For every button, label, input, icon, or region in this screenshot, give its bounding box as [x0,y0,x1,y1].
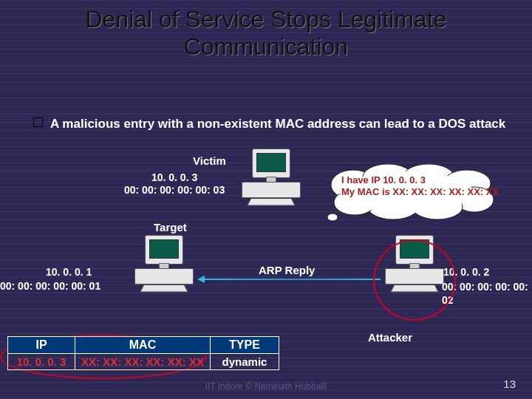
victim-address: 10. 0. 0. 3 00: 00: 00: 00: 00: 03 [124,171,225,197]
computer-icon [132,235,191,294]
bullet-item: A malicious entry with a non-existent MA… [33,115,514,134]
slide-title: Denial of Service Stops Legitimate Commu… [0,6,532,61]
target-ip: 10. 0. 0. 1 [46,266,92,279]
arp-cache-table: IP MAC TYPE 10. 0. 0. 3 XX: XX: XX: XX: … [7,336,279,370]
cloud-line1: I have IP 10. 0. 0. 3 [341,174,499,186]
slide: Denial of Service Stops Legitimate Commu… [0,0,532,399]
cell-mac: XX: XX: XX: XX: XX: XX [75,354,211,370]
page-number: 13 [503,378,516,390]
footer-text: IIT Indore © Neminath Hubballi [0,381,532,392]
table-row: 10. 0. 0. 3 XX: XX: XX: XX: XX: XX dynam… [8,354,279,370]
target-label: Target [154,221,187,233]
victim-label: Victim [193,154,226,167]
attacker-mac: 00: 00: 00: 00: 00: 02 [442,280,532,307]
th-mac: MAC [75,337,211,354]
arp-reply-label: ARP Reply [259,264,315,276]
computer-icon [239,149,298,208]
bullet-text: A malicious entry with a non-existent MA… [50,115,505,134]
target-mac: 00: 00: 00: 00: 00: 01 [0,280,100,293]
svg-point-9 [327,214,338,221]
thought-cloud: I have IP 10. 0. 0. 3 My MAC is XX: XX: … [310,164,502,222]
cloud-text: I have IP 10. 0. 0. 3 My MAC is XX: XX: … [341,174,499,199]
victim-mac: 00: 00: 00: 00: 00: 03 [124,184,225,197]
attacker-label: Attacker [368,331,412,344]
cell-ip: 10. 0. 0. 3 [8,354,75,370]
th-type: TYPE [211,337,279,354]
cloud-line2: My MAC is XX: XX: XX: XX: XX: XX [341,186,499,198]
cell-type: dynamic [211,354,279,370]
attacker-ip: 10. 0. 0. 2 [443,265,489,279]
square-bullet-icon [33,117,43,127]
table-header-row: IP MAC TYPE [8,337,279,354]
computer-icon [382,235,441,294]
arrow-left-icon [203,279,381,280]
victim-ip: 10. 0. 0. 3 [124,171,225,184]
th-ip: IP [8,337,75,354]
